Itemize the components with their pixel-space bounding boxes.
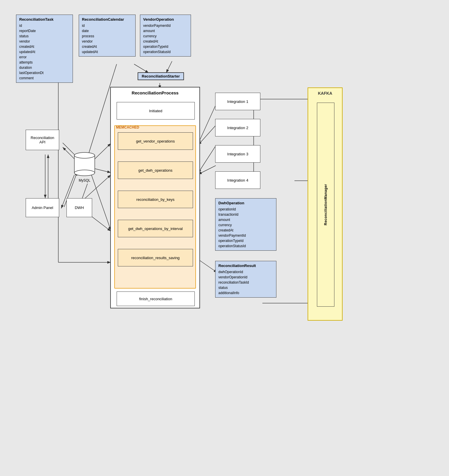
svg-line-11 — [198, 105, 216, 143]
integration-2-box: Integration 2 — [215, 119, 260, 136]
entity-vendor-operation-title: VendorOperation — [143, 17, 188, 22]
entity-reconciliation-calendar: ReconciliationCalendar iddateprocessvend… — [79, 15, 136, 57]
reconciliation-api-box: Reconciliation API — [26, 130, 59, 150]
svg-line-14 — [198, 166, 216, 174]
entity-dwh-operation: DwhOperation operationIdtransactionIdamo… — [215, 198, 276, 251]
svg-line-12 — [198, 125, 216, 145]
step-get-dwh-operations: get_dwh_operations — [118, 161, 193, 179]
entity-reconciliation-result-fields: dwhOperationIdvendorOperationId reconcil… — [218, 269, 273, 296]
entity-reconciliation-result-title: ReconciliationResult — [218, 263, 273, 269]
reconciliation-manager-box: ReconciliationManager — [317, 103, 334, 307]
reconciliation-process-title: ReconciliationProcess — [111, 90, 199, 95]
initiated-box: Initiated — [117, 102, 195, 120]
svg-line-2 — [134, 64, 149, 73]
svg-point-39 — [74, 152, 95, 158]
kafka-label: KAFKA — [318, 91, 332, 96]
memcached-group: MEMCACHED get_vendor_operations get_dwh_… — [114, 125, 196, 289]
step-reconciliation-results-saving: reconciliation_results_saving — [118, 249, 193, 266]
mysql-container: MySQL — [73, 151, 96, 182]
entity-reconciliation-calendar-title: ReconciliationCalendar — [82, 17, 132, 22]
entity-dwh-operation-fields: operationIdtransactionIdamount currencyc… — [218, 207, 273, 249]
svg-line-3 — [166, 61, 172, 73]
kafka-outer-box: KAFKA ReconciliationManager — [308, 87, 343, 321]
entity-reconciliation-result: ReconciliationResult dwhOperationIdvendo… — [215, 261, 276, 298]
reconciliation-starter: ReconciliationStarter — [138, 72, 184, 80]
admin-panel-box: Admin Panel — [26, 198, 59, 217]
svg-line-20 — [198, 259, 217, 273]
entity-vendor-operation: VendorOperation vendorPaymentIdamountcur… — [140, 15, 191, 57]
dwh-box: DWH — [66, 198, 92, 217]
step-get-vendor-operations: get_vendor_operations — [118, 132, 193, 150]
reconciliation-process-outer: ReconciliationProcess Initiated MEMCACHE… — [110, 87, 200, 308]
entity-dwh-operation-title: DwhOperation — [218, 200, 273, 206]
mysql-label: MySQL — [79, 178, 90, 182]
mysql-cylinder-svg — [73, 151, 96, 177]
step-get-dwh-operations-by-interval: get_dwh_operations_by_interval — [118, 220, 193, 237]
svg-point-40 — [74, 170, 95, 176]
entity-reconciliation-task-fields: idreportDatestatusvendor createdAtupdate… — [19, 23, 70, 81]
diagram-container: ReconciliationTask idreportDatestatusven… — [0, 0, 449, 476]
step-reconciliation-by-keys: reconciliation_by_keys — [118, 191, 193, 208]
entity-reconciliation-task-title: ReconciliationTask — [19, 17, 70, 22]
entity-vendor-operation-fields: vendorPaymentIdamountcurrency createdAto… — [143, 23, 188, 55]
memcached-label: MEMCACHED — [116, 125, 139, 129]
entity-reconciliation-task: ReconciliationTask idreportDatestatusven… — [16, 15, 73, 83]
integration-4-box: Integration 4 — [215, 171, 260, 189]
entity-reconciliation-calendar-fields: iddateprocessvendor createdAtupdatedAt — [82, 23, 132, 55]
integration-1-box: Integration 1 — [215, 93, 260, 110]
integration-3-box: Integration 3 — [215, 145, 260, 163]
svg-line-13 — [198, 146, 216, 173]
step-finish-reconciliation: finish_reconciliation — [117, 291, 195, 306]
